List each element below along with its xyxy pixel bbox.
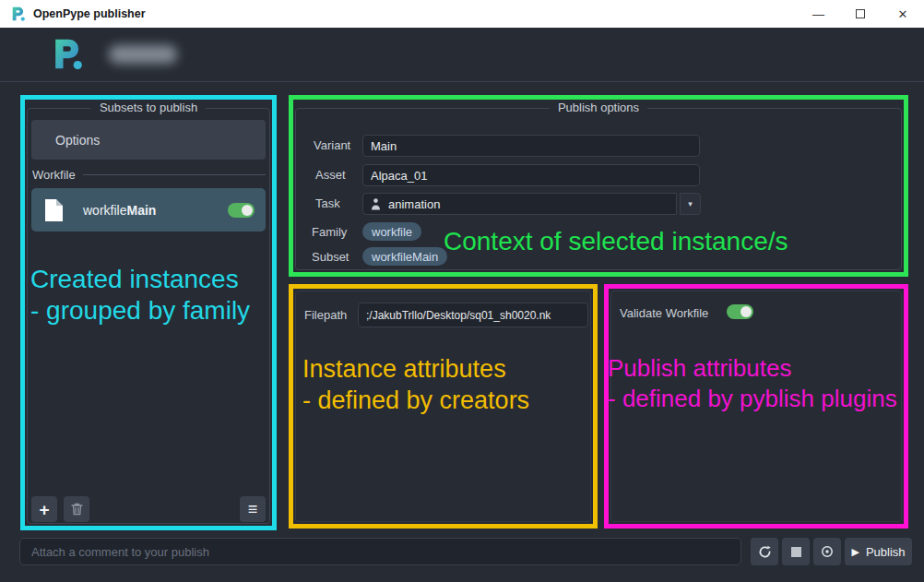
task-dropdown-button[interactable]: ▾ <box>680 193 701 215</box>
family-badge: workfile <box>362 222 421 241</box>
target-icon <box>820 544 835 559</box>
document-icon <box>44 198 64 222</box>
instance-family-text: workfile <box>83 203 126 218</box>
task-select[interactable]: animation <box>362 193 677 215</box>
publish-button[interactable]: ▶ Publish <box>845 538 912 565</box>
titlebar: OpenPype publisher — ✕ <box>0 0 924 28</box>
remove-instance-button[interactable] <box>64 496 89 522</box>
task-value: animation <box>388 197 440 211</box>
close-button[interactable]: ✕ <box>882 0 924 28</box>
instance-enabled-toggle[interactable] <box>228 203 255 218</box>
family-group-label: Workfile <box>32 168 76 182</box>
close-icon: ✕ <box>898 7 908 21</box>
openpype-logo <box>50 38 89 72</box>
instance-attributes-annotation-box: Filepath <box>289 284 598 529</box>
instance-name: workfileMain <box>83 203 156 218</box>
options-button-label: Options <box>55 133 100 148</box>
minimize-icon: — <box>812 7 823 21</box>
validate-button[interactable] <box>813 538 841 565</box>
subsets-panel-annotation-box: Subsets to publish Options Workfile work… <box>20 95 277 530</box>
refresh-icon <box>758 545 772 559</box>
maximize-button[interactable] <box>839 0 882 28</box>
instance-card-workfile[interactable]: workfileMain <box>31 188 266 232</box>
openpype-logo-icon <box>11 6 27 22</box>
validate-workfile-toggle[interactable] <box>727 304 753 319</box>
asset-input[interactable] <box>362 164 700 186</box>
validate-workfile-label: Validate Workfile <box>620 306 708 320</box>
group-divider <box>83 174 266 175</box>
options-button[interactable]: Options <box>31 120 266 160</box>
family-label: Family <box>312 225 347 239</box>
app-header <box>0 28 924 82</box>
family-group-header: Workfile <box>32 168 266 182</box>
task-label: Task <box>315 196 340 210</box>
instance-variant-text: Main <box>126 203 156 218</box>
publish-button-label: Publish <box>866 545 906 559</box>
publish-attributes-annotation-box: Validate Workfile <box>604 284 908 529</box>
minimize-button[interactable]: — <box>797 0 839 28</box>
publish-options-annotation-box: Publish options Variant Asset Task anima… <box>289 95 908 277</box>
subset-badge: workfileMain <box>362 247 447 266</box>
filepath-label: Filepath <box>304 308 347 322</box>
publish-attributes-frame <box>610 291 902 522</box>
stop-icon <box>791 547 801 557</box>
window-title: OpenPype publisher <box>33 7 146 20</box>
maximize-icon <box>856 9 865 18</box>
openpype-publisher-window: OpenPype publisher — ✕ Subsets to publis… <box>0 0 924 582</box>
chevron-down-icon: ▾ <box>688 199 693 208</box>
reset-button[interactable] <box>751 538 778 565</box>
variant-label: Variant <box>314 138 350 152</box>
trash-icon <box>71 503 83 516</box>
comment-input[interactable] <box>19 538 741 565</box>
add-instance-button[interactable]: + <box>31 496 57 522</box>
subsets-panel-title: Subsets to publish <box>91 101 206 114</box>
menu-icon: ≡ <box>248 500 258 519</box>
variant-input[interactable] <box>362 135 700 157</box>
play-icon: ▶ <box>851 546 859 558</box>
view-menu-button[interactable]: ≡ <box>240 496 266 522</box>
publish-options-frame <box>295 108 902 270</box>
person-icon <box>371 198 381 210</box>
stop-button[interactable] <box>782 538 810 565</box>
subset-label: Subset <box>312 250 349 264</box>
redacted-context-text <box>109 45 177 64</box>
filepath-input[interactable] <box>358 303 588 327</box>
publish-options-title: Publish options <box>550 101 647 114</box>
plus-icon: + <box>39 501 49 518</box>
asset-label: Asset <box>315 168 346 182</box>
